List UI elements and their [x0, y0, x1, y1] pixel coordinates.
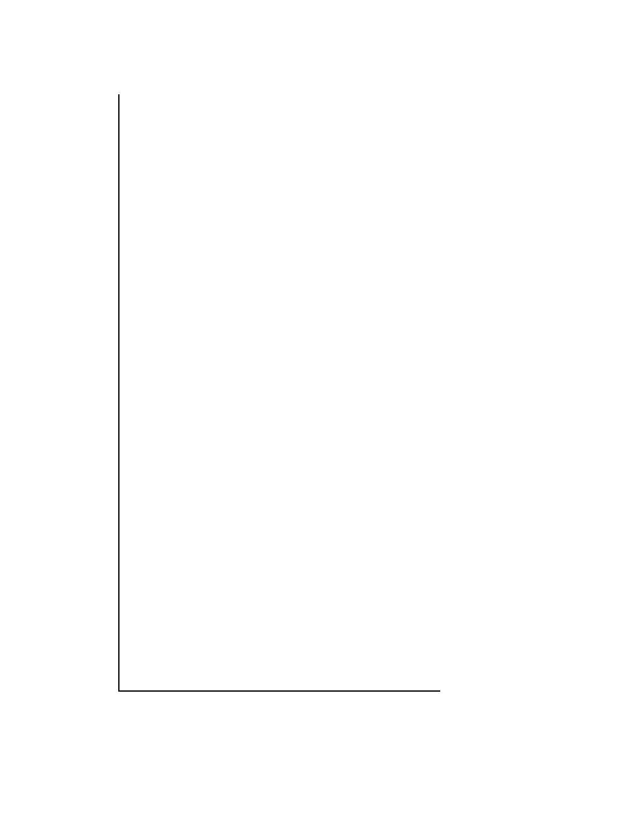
chart-container — [88, 94, 566, 711]
page — [0, 0, 644, 830]
chart-inner — [93, 94, 566, 711]
right-label-container — [447, 94, 566, 690]
chart-plot-area — [118, 94, 440, 692]
header — [0, 0, 644, 38]
